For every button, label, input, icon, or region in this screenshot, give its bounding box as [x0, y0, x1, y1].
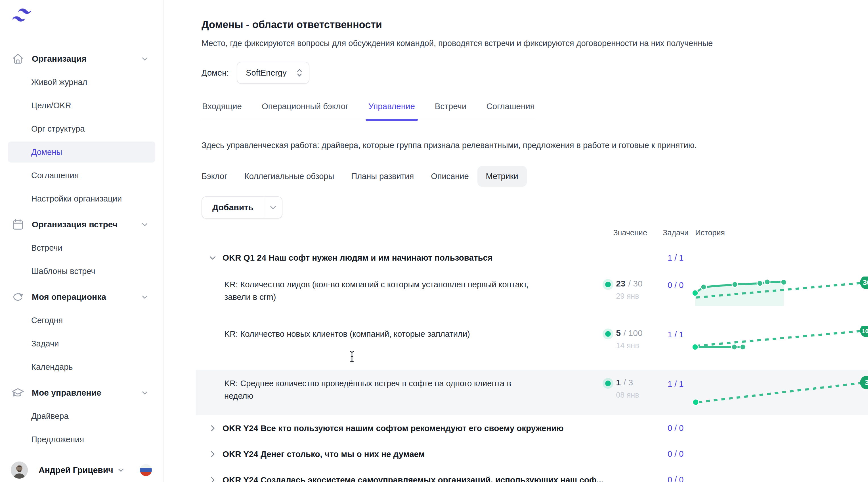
chevron-right-icon[interactable] — [208, 424, 217, 432]
sidebar-item-org-settings[interactable]: Настройки организации — [0, 187, 163, 210]
sidebar-item-meeting-templates[interactable]: Шаблоны встреч — [0, 259, 163, 283]
chevron-down-icon[interactable] — [141, 221, 149, 228]
sidebar-item-agreements[interactable]: Соглашения — [0, 164, 163, 187]
okr-group-row[interactable]: OKR Y24 Все кто пользуются нашим софтом … — [202, 415, 868, 441]
sidebar-item-calendar[interactable]: Календарь — [0, 355, 163, 378]
domain-select-value: SoftEnergy — [246, 68, 286, 78]
tab-bar: Входящие Операционный бэклог Управление … — [202, 102, 534, 120]
sidebar-item-okr[interactable]: Цели/OKR — [0, 94, 163, 117]
kr-title: KR: Среднее количество проведённых встре… — [224, 377, 535, 402]
kr-value: 5 — [616, 328, 621, 338]
sidebar-section-meetings[interactable]: Организация встреч — [0, 213, 163, 236]
kr-title: KR: Количество новых клиентов (компаний,… — [224, 328, 470, 340]
user-menu[interactable]: Андрей Грицевич — [11, 461, 152, 479]
sidebar-section-label: Организация встреч — [32, 220, 134, 229]
kr-value-cell[interactable]: 5/ 100 14 янв — [603, 326, 659, 350]
kr-title: KR: Количество лидов (кол-во компаний с … — [224, 278, 535, 303]
kr-tasks-count[interactable]: 0 / 0 — [659, 277, 692, 290]
tab-management[interactable]: Управление — [368, 102, 415, 120]
tab-operational-backlog[interactable]: Операционный бэклог — [261, 102, 349, 120]
chevron-down-icon[interactable] — [141, 55, 149, 62]
sidebar-section-label: Организация — [32, 54, 134, 64]
status-dot-icon — [605, 282, 611, 287]
okr-title: OKR Y24 Все кто пользуются нашим софтом … — [222, 423, 564, 433]
sidebar-item-today[interactable]: Сегодня — [0, 309, 163, 332]
kr-target: / 3 — [624, 378, 633, 387]
select-stepper-icon — [296, 68, 303, 78]
chevron-right-icon[interactable] — [208, 450, 217, 458]
sidebar-item-meetings[interactable]: Встречи — [0, 236, 163, 259]
kr-sparkline[interactable]: 100 — [692, 326, 868, 360]
sidebar-section-my-management[interactable]: Мое управление — [0, 381, 163, 404]
subtab-bar: Бэклог Коллегиальные обзоры Планы развит… — [193, 166, 868, 187]
okr-group-row[interactable]: OKR Q1 24 Наш софт нужен людям и им начи… — [202, 249, 868, 267]
okr-tasks-count[interactable]: 1 / 1 — [659, 253, 692, 263]
text-cursor-icon — [348, 351, 355, 363]
sync-icon — [11, 290, 24, 304]
sidebar-item-live-journal[interactable]: Живой журнал — [0, 70, 163, 94]
domain-select[interactable]: SoftEnergy — [237, 62, 309, 84]
kr-row[interactable]: KR: Количество новых клиентов (компаний,… — [202, 320, 868, 366]
add-button[interactable]: Добавить — [202, 197, 264, 218]
avatar[interactable] — [11, 461, 28, 479]
management-note: Здесь управленческая работа: драйвера, к… — [202, 141, 868, 150]
kr-value-cell[interactable]: 1/ 3 08 янв — [603, 375, 659, 400]
graduation-cap-icon — [11, 386, 24, 399]
sidebar-item-drivers[interactable]: Драйвера — [0, 404, 163, 428]
column-header-history: История — [692, 228, 868, 237]
okr-group-row[interactable]: OKR Y24 Денег столько, что мы о них не д… — [202, 441, 868, 467]
app-logo-icon[interactable] — [11, 8, 33, 26]
chevron-down-icon[interactable] — [141, 293, 149, 301]
subtab-collegial-reviews[interactable]: Коллегиальные обзоры — [236, 166, 343, 187]
kr-row[interactable]: KR: Количество лидов (кол-во компаний с … — [202, 271, 868, 316]
svg-text:3: 3 — [865, 378, 868, 387]
kr-target: / 30 — [628, 279, 643, 288]
sidebar-section-my-operations[interactable]: Моя операционка — [0, 285, 163, 309]
subtab-backlog[interactable]: Бэклог — [193, 166, 236, 187]
okr-group-row[interactable]: OKR Y24 Создалась экосистема самоуправля… — [202, 467, 868, 482]
column-header-tasks: Задачи — [659, 228, 692, 237]
calendar-icon — [11, 218, 24, 231]
home-icon — [11, 52, 24, 65]
table-header: Значение Задачи История — [202, 228, 868, 237]
user-name: Андрей Грицевич — [39, 465, 113, 475]
status-dot-icon — [605, 380, 611, 386]
tab-inbox[interactable]: Входящие — [202, 102, 242, 120]
tab-agreements[interactable]: Соглашения — [486, 102, 535, 120]
kr-sparkline[interactable]: 3 — [692, 375, 868, 409]
russia-flag-icon[interactable] — [140, 464, 152, 476]
tab-meetings[interactable]: Встречи — [434, 102, 467, 120]
kr-value-cell[interactable]: 23/ 30 29 янв — [603, 277, 659, 301]
okr-tasks-count[interactable]: 0 / 0 — [659, 475, 692, 482]
sidebar-item-domains[interactable]: Домены — [0, 140, 163, 164]
subtab-development-plans[interactable]: Планы развития — [343, 166, 422, 187]
add-dropdown-button[interactable] — [264, 197, 282, 218]
sidebar-section-organization[interactable]: Организация — [0, 47, 163, 70]
subtab-description[interactable]: Описание — [422, 166, 477, 187]
kr-value: 23 — [616, 279, 625, 288]
main-content: Домены - области ответственности Место, … — [163, 0, 868, 482]
okr-tasks-count[interactable]: 0 / 0 — [659, 449, 692, 459]
sidebar-item-org-structure[interactable]: Орг структура — [0, 117, 163, 140]
chevron-down-icon[interactable] — [117, 466, 125, 474]
chevron-down-icon[interactable] — [141, 389, 149, 396]
kr-tasks-count[interactable]: 1 / 1 — [659, 375, 692, 389]
sidebar-section-label: Мое управление — [32, 388, 134, 398]
status-dot-icon — [605, 331, 611, 337]
sidebar-section-label: Моя операционка — [32, 292, 134, 302]
chevron-right-icon[interactable] — [208, 476, 217, 482]
kr-row[interactable]: KR: Среднее количество проведённых встре… — [196, 370, 868, 415]
kr-value: 1 — [616, 378, 621, 387]
okr-tasks-count[interactable]: 0 / 0 — [659, 423, 692, 433]
add-split-button[interactable]: Добавить — [202, 196, 282, 219]
svg-text:30: 30 — [863, 278, 868, 287]
kr-sparkline[interactable]: 30 — [692, 277, 868, 311]
column-header-value: Значение — [603, 228, 659, 237]
chevron-down-icon[interactable] — [208, 254, 217, 262]
sidebar-nav: Организация Живой журнал Цели/OKR Орг ст… — [0, 47, 163, 451]
sidebar-item-proposals[interactable]: Предложения — [0, 428, 163, 451]
subtab-metrics[interactable]: Метрики — [477, 166, 527, 187]
sidebar-item-tasks[interactable]: Задачи — [0, 332, 163, 355]
page-description: Место, где фиксируются вопросы для обсуж… — [202, 39, 868, 48]
kr-tasks-count[interactable]: 1 / 1 — [659, 326, 692, 339]
